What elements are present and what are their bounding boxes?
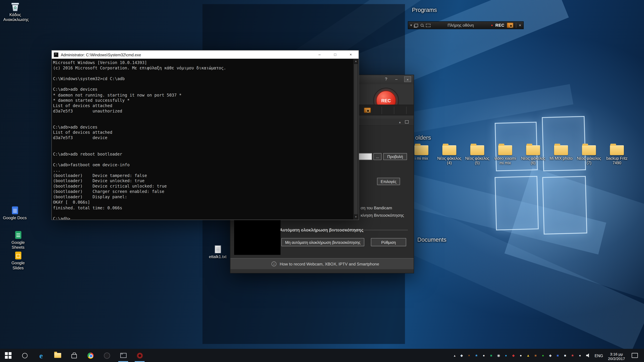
tray-icon[interactable]: ● — [480, 349, 488, 362]
heading-divider — [360, 230, 408, 230]
folder-item[interactable]: Νέος φάκελος (6) — [519, 144, 547, 165]
tray-icon[interactable]: ● — [502, 349, 510, 362]
folder-label-line1: Mi MIX photo — [547, 156, 575, 161]
tray-icon[interactable]: ◉ — [495, 349, 502, 362]
cmd-output-line — [53, 146, 353, 151]
cmd-output[interactable]: Microsoft Windows [Version 10.0.14393](c… — [52, 59, 353, 220]
close-button[interactable]: × — [404, 76, 411, 82]
info-link-text[interactable]: How to record Webcam, XBOX, IPTV and Sma… — [280, 262, 379, 266]
taskbar-item-media-player[interactable] — [98, 349, 115, 362]
tray-icon[interactable]: × — [466, 349, 473, 362]
scroll-down-icon[interactable]: ▼ — [353, 215, 358, 220]
taskbar-item-command-prompt[interactable] — [115, 349, 132, 362]
cmd-scrollbar[interactable]: ▲ ▼ — [353, 59, 358, 220]
scroll-up-icon[interactable]: ▲ — [353, 59, 358, 63]
start-button[interactable] — [0, 349, 16, 362]
cmd-output-line: (bootloader) Charger screen enabled: fal… — [53, 189, 353, 194]
taskbar-item-file-explorer[interactable] — [49, 349, 66, 362]
tray-icon[interactable]: ● — [539, 349, 547, 362]
folder-label-line1: Νέος φάκελος — [519, 156, 547, 161]
close-button[interactable]: × — [343, 50, 358, 59]
taskbar-clock[interactable]: 3:16 μμ 20/2/2017 — [605, 350, 628, 361]
setting-button[interactable]: Ρύθμιση — [371, 238, 406, 246]
minimize-button[interactable]: – — [394, 76, 399, 82]
windows-mode-icon[interactable] — [414, 24, 418, 27]
fence-title-folders: olders — [415, 134, 431, 141]
rec-toolbar-button[interactable]: REC — [496, 23, 504, 27]
taskbar-item-store[interactable] — [66, 349, 82, 362]
cmd-output-line: * daemon not running. starting it now on… — [53, 92, 353, 97]
tray-icon[interactable]: ◆ — [458, 349, 466, 362]
folder-item[interactable]: backup Fritz 7490 — [603, 144, 631, 165]
tray-icon[interactable]: ★ — [473, 349, 480, 362]
folder-label-line2: mi mix — [491, 161, 519, 165]
region-select-icon[interactable] — [426, 24, 430, 27]
collapse-arrow-icon[interactable]: ▲ — [398, 121, 401, 123]
cmd-output-line: C:\Windows\system32>cd C:\adb — [53, 76, 353, 81]
folder-item[interactable]: Νέος φάκελος (5) — [463, 144, 491, 165]
camera-tab-icon[interactable] — [364, 108, 371, 113]
minimize-button[interactable]: – — [312, 50, 327, 59]
folder-label-line1: Νέος φάκελος — [575, 156, 603, 161]
maximize-button[interactable]: □ — [327, 50, 343, 59]
taskbar-item-edge[interactable]: e — [33, 349, 49, 362]
folder-item[interactable]: Νέος φάκελος (4) — [435, 144, 464, 165]
folder-item[interactable]: Νέος φάκελος (7) — [575, 144, 603, 165]
view-button[interactable]: Προβολή — [383, 153, 407, 160]
capture-mode-label[interactable]: Πλήρης οθόνη — [433, 23, 488, 27]
tray-icon[interactable]: ◆ — [547, 349, 554, 362]
tray-icon[interactable]: ■ — [488, 349, 495, 362]
taskbar-item-cortana[interactable] — [16, 349, 33, 362]
cmd-output-line — [53, 157, 353, 162]
tray-icon[interactable]: ● — [576, 349, 584, 362]
folder-label-line2: 7490 — [603, 161, 631, 165]
ettalk-txt-icon[interactable]: ettalk1.txt — [206, 245, 230, 259]
info-icon: i — [272, 261, 276, 266]
browse-button[interactable]: ... — [373, 153, 382, 160]
folder-icon — [526, 145, 540, 155]
volume-icon[interactable] — [586, 354, 590, 358]
toolbar-close-button[interactable]: × — [519, 23, 521, 27]
language-indicator[interactable]: ENG — [593, 353, 605, 358]
google-docs-label: Google Docs — [3, 216, 27, 220]
dropdown-icon[interactable]: ▾ — [410, 24, 412, 27]
auto-complete-heading: Αυτόματη ολοκλήρωση βιντεοσκόπησης — [280, 227, 364, 232]
tray-icon[interactable]: ◆ — [510, 349, 517, 362]
folder-icon — [414, 145, 428, 155]
google-sheets-icon[interactable]: Google Sheets — [6, 231, 30, 250]
folder-item[interactable]: Mi MIX photo — [547, 144, 575, 165]
cmd-output-line: (bootloader) Device unlocked: true — [53, 178, 353, 184]
cmd-output-line: Microsoft Windows [Version 10.0.14393] — [53, 60, 353, 65]
sheets-page-icon — [15, 231, 21, 239]
scrollbar-thumb[interactable] — [354, 64, 358, 214]
help-button[interactable]: ? — [384, 76, 388, 82]
manual-complete-button[interactable]: Μη αυτόματη ολοκλήρωση βιντεοσκόπησης — [282, 238, 364, 246]
tray-icon[interactable]: ■ — [562, 349, 569, 362]
options-button[interactable]: Επιλογές — [377, 178, 400, 185]
taskbar-item-chrome[interactable] — [82, 349, 98, 362]
magnifier-icon[interactable] — [420, 24, 424, 27]
google-docs-icon[interactable]: Google Docs — [3, 206, 27, 220]
tray-icon[interactable]: ★ — [569, 349, 576, 362]
edge-icon: e — [40, 352, 43, 360]
panel-toggle-icon[interactable] — [405, 120, 409, 124]
recycle-bin-icon[interactable]: ♻ Κάδος Ανακύκλωσης — [3, 3, 27, 22]
bandicam-info-bar[interactable]: i How to record Webcam, XBOX, IPTV and S… — [230, 258, 414, 269]
tray-icon[interactable]: ■ — [532, 349, 539, 362]
tray-icon[interactable]: ■ — [554, 349, 562, 362]
hidden-icons-chevron[interactable]: ▲ — [451, 354, 458, 357]
tray-icon[interactable]: ▲ — [524, 349, 532, 362]
taskbar-item-bandicam[interactable] — [132, 349, 148, 362]
cmd-titlebar[interactable]: Administrator: C:\Windows\System32\cmd.e… — [52, 50, 358, 59]
windows-logo-icon — [5, 352, 12, 359]
folder-icon — [554, 145, 568, 155]
bandicam-icon — [136, 352, 143, 359]
cmd-window: Administrator: C:\Windows\System32\cmd.e… — [51, 50, 359, 220]
action-center-icon[interactable] — [632, 353, 638, 358]
screenshot-camera-button[interactable] — [507, 23, 513, 28]
google-slides-icon[interactable]: Google Slides — [6, 252, 30, 270]
folder-item[interactable]: video xiaomi mi mix — [491, 144, 519, 165]
file-explorer-icon — [54, 353, 61, 358]
google-sheets-label: Google Sheets — [6, 240, 30, 250]
tray-icon[interactable]: ● — [517, 349, 524, 362]
